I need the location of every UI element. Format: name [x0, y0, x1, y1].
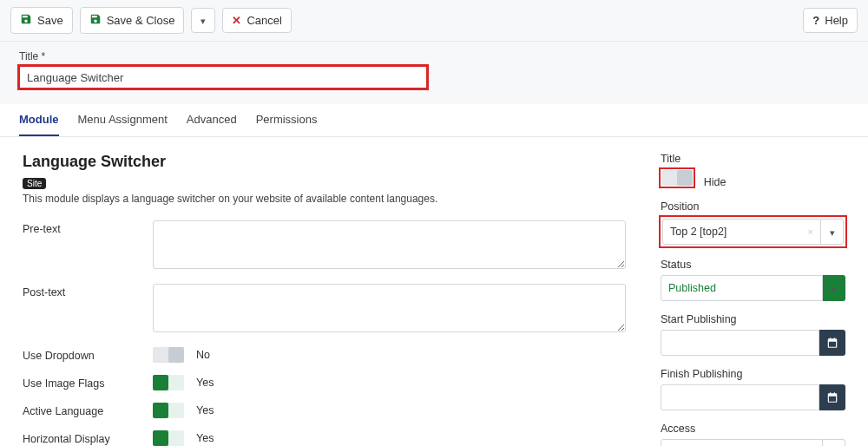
calendar-icon — [826, 337, 838, 349]
finish-pub-input[interactable] — [661, 384, 819, 410]
position-select[interactable]: Top 2 [top2] × — [662, 219, 844, 245]
tabs: Module Menu Assignment Advanced Permissi… — [0, 104, 868, 137]
position-value: Top 2 [top2] — [670, 226, 727, 238]
side-access-label: Access — [661, 423, 845, 435]
active-language-toggle[interactable] — [153, 403, 184, 418]
side-column: Title Hide Position Top 2 [top2] × Statu… — [661, 153, 845, 446]
use-image-flags-label: Use Image Flags — [23, 375, 153, 390]
save-icon — [20, 13, 32, 28]
start-pub-calendar-button[interactable] — [819, 330, 845, 356]
help-button[interactable]: ? Help — [803, 8, 858, 33]
chevron-down-icon — [832, 282, 837, 295]
status-value: Published — [668, 282, 716, 294]
use-image-flags-toggle[interactable] — [153, 375, 184, 390]
save-button[interactable]: Save — [10, 7, 73, 34]
main-column: Language Switcher Site This module displ… — [23, 153, 626, 446]
status-select[interactable]: Published — [661, 275, 845, 301]
chevron-down-icon — [201, 14, 206, 27]
side-status-label: Status — [661, 259, 845, 271]
title-input[interactable] — [19, 66, 427, 89]
use-dropdown-value: No — [196, 349, 210, 361]
access-chevron-icon[interactable] — [823, 439, 845, 446]
row-active-language: Active Language Yes — [23, 403, 626, 418]
use-dropdown-toggle[interactable] — [153, 347, 184, 363]
use-image-flags-value: Yes — [196, 377, 214, 389]
row-use-dropdown: Use Dropdown No — [23, 347, 626, 363]
tab-menu-assignment[interactable]: Menu Assignment — [78, 104, 168, 136]
pre-text-input[interactable] — [153, 220, 626, 269]
horizontal-display-label: Horizontal Display — [23, 430, 153, 445]
side-title-field: Title Hide — [661, 153, 845, 188]
side-finish-pub-label: Finish Publishing — [661, 368, 845, 380]
save-icon — [89, 13, 102, 28]
pre-text-label: Pre-text — [23, 220, 153, 235]
show-title-toggle[interactable] — [661, 170, 693, 186]
position-clear-icon[interactable]: × — [808, 226, 813, 237]
module-description: This module displays a language switcher… — [23, 193, 626, 205]
side-position-label: Position — [661, 200, 845, 213]
access-select[interactable]: Public — [661, 439, 845, 446]
show-title-value: Hide — [704, 176, 727, 188]
position-chevron-icon[interactable] — [821, 219, 844, 245]
help-label: Help — [825, 14, 848, 27]
site-badge: Site — [23, 178, 46, 189]
side-finish-pub-field: Finish Publishing — [661, 368, 845, 410]
cancel-button[interactable]: ✕ Cancel — [222, 8, 291, 33]
help-icon: ? — [812, 14, 819, 27]
save-close-label: Save & Close — [107, 14, 175, 27]
tab-module[interactable]: Module — [19, 104, 59, 136]
status-chevron-icon[interactable] — [823, 275, 845, 301]
save-dropdown-button[interactable] — [191, 8, 215, 33]
side-title-label: Title — [661, 153, 845, 165]
side-start-pub-field: Start Publishing — [661, 313, 845, 356]
row-pre-text: Pre-text — [23, 220, 626, 272]
start-pub-input[interactable] — [661, 330, 819, 356]
horizontal-display-value: Yes — [196, 432, 214, 444]
cancel-label: Cancel — [247, 14, 281, 27]
active-language-label: Active Language — [23, 403, 153, 417]
use-dropdown-label: Use Dropdown — [23, 347, 153, 362]
title-field-label: Title * — [19, 50, 849, 62]
finish-pub-calendar-button[interactable] — [819, 384, 845, 410]
title-section: Title * — [0, 42, 868, 104]
save-label: Save — [37, 14, 63, 27]
cancel-icon: ✕ — [232, 14, 241, 27]
chevron-down-icon — [830, 226, 835, 239]
post-text-input[interactable] — [153, 284, 626, 332]
row-use-image-flags: Use Image Flags Yes — [23, 375, 626, 390]
save-close-button[interactable]: Save & Close — [80, 7, 185, 34]
side-status-field: Status Published — [661, 259, 845, 301]
module-heading: Language Switcher — [23, 153, 626, 171]
side-position-field: Position Top 2 [top2] × — [661, 200, 845, 246]
toolbar: Save Save & Close ✕ Cancel ? Help — [0, 0, 868, 42]
post-text-label: Post-text — [23, 284, 153, 298]
tab-permissions[interactable]: Permissions — [256, 104, 318, 136]
tab-advanced[interactable]: Advanced — [187, 104, 237, 136]
side-start-pub-label: Start Publishing — [661, 313, 845, 325]
active-language-value: Yes — [196, 404, 214, 416]
side-access-field: Access Public — [661, 423, 845, 446]
horizontal-display-toggle[interactable] — [153, 430, 184, 446]
row-post-text: Post-text — [23, 284, 626, 335]
content: Language Switcher Site This module displ… — [0, 137, 868, 446]
row-horizontal-display: Horizontal Display Yes — [23, 430, 626, 446]
calendar-icon — [826, 391, 838, 403]
